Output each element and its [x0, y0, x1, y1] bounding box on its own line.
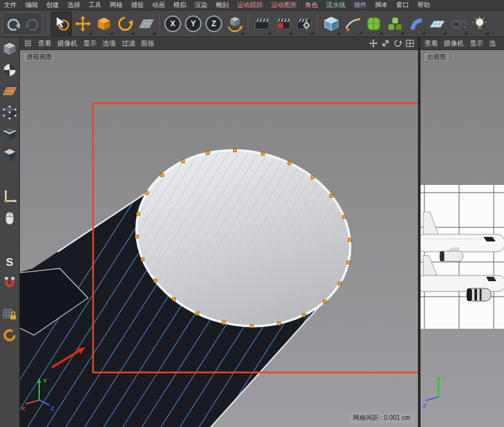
y-axis-lock-button[interactable]: Y [185, 15, 202, 32]
texture-mode-button[interactable] [1, 62, 18, 78]
viewport-label: 透视视图 [22, 52, 56, 62]
menubar-item[interactable]: 流水线 [326, 1, 345, 10]
camera-button[interactable] [448, 12, 469, 36]
rotate-tool[interactable] [114, 12, 135, 36]
menubar-item[interactable]: 捕捉 [131, 1, 144, 10]
render-view-button[interactable] [251, 12, 272, 36]
scene-render: Y X Z [20, 50, 418, 427]
menubar-item[interactable]: 窗口 [396, 1, 409, 10]
menubar-item[interactable]: 渲染 [195, 1, 207, 10]
snap-toggle-icon: S [2, 254, 17, 270]
spline-pen-button[interactable] [342, 12, 363, 36]
viewport-menu-item[interactable]: 摄像机 [57, 39, 78, 48]
viewport-menu-item[interactable]: 显示 [83, 39, 97, 48]
toolbar-separator [317, 14, 318, 33]
menubar-item[interactable]: 动画 [152, 1, 165, 10]
magnet-snap-button[interactable] [1, 275, 18, 292]
viewport-menu-item[interactable]: 查看 [38, 39, 51, 48]
undo-button[interactable] [4, 13, 22, 34]
subdivision-surface-icon [365, 15, 382, 32]
scale-tool[interactable] [93, 12, 114, 36]
render-settings-icon [296, 15, 313, 32]
viewport-grid-icon[interactable] [24, 39, 32, 48]
snap-toggle-button[interactable]: S [1, 254, 18, 270]
deformer-icon [408, 15, 424, 32]
z-axis-lock-button[interactable]: Z [205, 15, 222, 32]
workplane-tool[interactable] [135, 12, 157, 36]
menubar-item[interactable]: 文件 [4, 1, 17, 10]
workplane-lock-button[interactable] [1, 306, 18, 322]
z-axis-label: Z [51, 405, 55, 412]
viewport-menu: 查看摄像机显示选项过滤面板 [38, 39, 155, 48]
right-view-render: Y Z [421, 50, 504, 427]
viewport-solo-icon [2, 211, 17, 226]
viewport-header: 查看摄像机显示选 [421, 37, 504, 50]
menubar-item[interactable]: 创建 [46, 1, 59, 10]
add-cube-button[interactable] [320, 12, 342, 36]
model-mode-icon [2, 41, 17, 57]
rotate-tool-icon [117, 15, 134, 32]
live-selection-tool[interactable] [51, 12, 72, 36]
menubar-item[interactable]: 脚本 [375, 1, 388, 10]
menubar-item[interactable]: 运动跟踪 [237, 1, 263, 10]
menubar-item[interactable]: 选择 [67, 1, 80, 10]
points-mode-button[interactable] [1, 104, 18, 121]
render-picture-viewer-button[interactable] [272, 12, 293, 36]
mograph-cloner-button[interactable] [384, 12, 405, 36]
workplane-tool-icon [138, 15, 155, 32]
render-picture-viewer-icon [275, 15, 291, 32]
move-tool[interactable] [72, 12, 93, 36]
z-axis-label: Z [422, 403, 426, 409]
viewport-menu-item[interactable]: 查看 [424, 39, 438, 48]
redo-button[interactable] [22, 13, 41, 34]
menubar-item[interactable]: 帮助 [417, 1, 430, 10]
toolbar-separator [48, 14, 48, 33]
light-button[interactable] [469, 12, 490, 36]
viewport-solo-button[interactable] [1, 210, 18, 227]
toggle-layout-icon[interactable] [406, 39, 414, 48]
edges-mode-button[interactable] [1, 125, 18, 142]
viewport-menu-item[interactable]: 显示 [470, 39, 483, 48]
workplane-lock-icon [2, 306, 17, 322]
quantize-button[interactable] [1, 327, 18, 344]
viewport-menu-item[interactable]: 选 [489, 39, 496, 48]
menubar-item[interactable]: 编辑 [25, 1, 38, 10]
viewport-header: 查看摄像机显示选项过滤面板 [20, 37, 418, 50]
menubar-item[interactable]: 模拟 [173, 1, 186, 10]
right-view-canvas[interactable]: Y Z 右视图 [421, 50, 504, 427]
enable-axis-button[interactable] [1, 189, 18, 205]
quantize-icon [2, 327, 17, 343]
perspective-canvas[interactable]: Y X Z 透视视图 网格间距 : 0.001 cm [20, 50, 418, 427]
menubar-item[interactable]: 插件 [354, 1, 367, 10]
undo-redo-group [3, 12, 42, 35]
menubar-item[interactable]: 工具 [89, 1, 101, 10]
render-settings-button[interactable] [293, 12, 315, 36]
workplane-mode-button[interactable] [1, 83, 18, 100]
viewport-menu-item[interactable]: 面板 [141, 39, 155, 48]
viewport-menu-item[interactable]: 过滤 [122, 39, 135, 48]
deformer-button[interactable] [405, 12, 426, 36]
viewport-label: 右视图 [423, 52, 450, 62]
viewport-nav-icons [369, 39, 414, 48]
floor-button[interactable] [426, 12, 448, 36]
coordinate-system-button[interactable] [224, 12, 245, 36]
viewport-menu-item[interactable]: 选项 [103, 39, 116, 48]
viewport-menu-item[interactable]: 摄像机 [444, 39, 464, 48]
x-axis-lock-button[interactable]: X [164, 15, 181, 32]
rotate-view-icon[interactable] [394, 39, 402, 48]
menubar-item[interactable]: 角色 [305, 1, 318, 10]
subdivision-surface-button[interactable] [363, 12, 384, 36]
model-mode-button[interactable] [1, 40, 18, 57]
menubar-item[interactable]: 网格 [110, 1, 123, 10]
zoom-view-icon[interactable] [381, 39, 390, 48]
live-selection-icon [53, 15, 70, 32]
pan-view-icon[interactable] [369, 39, 378, 48]
texture-mode-icon [2, 62, 17, 78]
polygons-mode-button[interactable] [1, 146, 18, 163]
menubar-item[interactable]: 雕刻 [216, 1, 229, 10]
light-icon [471, 15, 488, 32]
render-view-icon [254, 15, 270, 32]
magnet-snap-icon [2, 275, 17, 291]
menubar-item[interactable]: 运动图形 [271, 1, 297, 10]
main-toolbar: X Y Z [0, 10, 504, 37]
